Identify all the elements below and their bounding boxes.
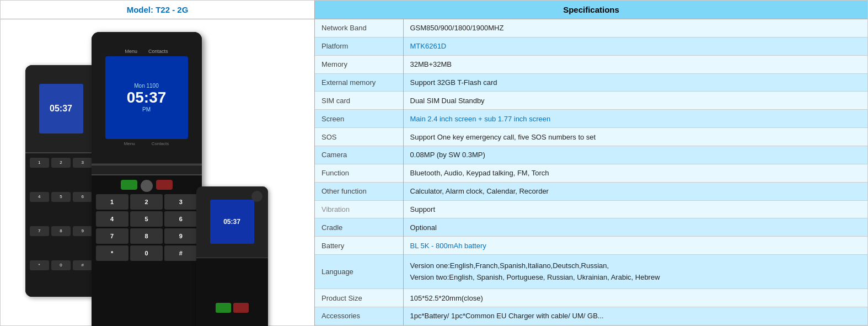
spec-row: FunctionBluetooth, Audio, Keypad talking… (315, 164, 867, 182)
phone-center: Menu Contacts Mon 1100 05:37 PM Menu Con… (92, 32, 202, 327)
spec-value: 1pc*Battery/ 1pc*Common EU Charger with … (403, 307, 867, 325)
carrier-text: Menu Contacts (125, 49, 168, 54)
num-7: 7 (96, 228, 128, 244)
spec-label: Function (315, 164, 403, 182)
spec-value: Version one:English,Franch,Spanish,Itali… (403, 255, 867, 289)
spec-value: Support 32GB T-Flash card (403, 73, 867, 92)
spec-row: ScreenMain 2.4 inch screen + sub 1.77 in… (315, 110, 867, 128)
spec-row: CradleOptional (315, 218, 867, 237)
right-screen-time: 05:37 (223, 218, 240, 226)
phone-group: 05:37 1 2 3 4 5 6 7 8 9 (25, 32, 290, 313)
spec-row: SOSSupport One key emergency call, five … (315, 128, 867, 146)
spec-value: 32MB+32MB (403, 55, 867, 73)
spec-row: Product Size105*52.5*20mm(close) (315, 289, 867, 307)
spec-value: Support (403, 200, 867, 218)
key: * (30, 260, 49, 270)
product-image-area: 05:37 1 2 3 4 5 6 7 8 9 (1, 19, 314, 325)
spec-row: Memory32MB+32MB (315, 55, 867, 73)
key: 1 (30, 158, 49, 168)
red-end-btn (156, 180, 173, 190)
spec-label: Memory (315, 55, 403, 73)
num-9: 9 (164, 228, 197, 244)
spec-label: Cradle (315, 218, 403, 237)
spec-row: LanguageVersion one:English,Franch,Spani… (315, 255, 867, 289)
camera-circle (251, 191, 262, 202)
model-title: Model: T22 - 2G (1, 1, 314, 19)
key: 2 (51, 158, 71, 168)
spec-row: External memorySupport 32GB T-Flash card (315, 73, 867, 92)
spec-label: Network Band (315, 19, 403, 37)
spec-row: Camera0.08MP (by SW 0.3MP) (315, 146, 867, 164)
screen-menu-text: Mon 1100 (134, 83, 158, 89)
screen-time: 05:37 (127, 89, 167, 106)
key: # (73, 260, 92, 270)
specs-table: Network BandGSM850/900/1800/1900MHZPlatf… (315, 19, 867, 325)
spec-value: GSM850/900/1800/1900MHZ (403, 19, 867, 37)
spec-value: 105*52.5*20mm(close) (403, 289, 867, 307)
num-grid: 1 2 3 4 5 6 7 8 9 * 0 # (96, 194, 197, 261)
key: 8 (51, 226, 71, 236)
spec-label: Accessories (315, 307, 403, 325)
spec-value: Dual SIM Dual Standby (403, 92, 867, 110)
spec-label: Screen (315, 110, 403, 128)
spec-label: Product Size (315, 289, 403, 307)
spec-label: Battery (315, 237, 403, 255)
spec-label: Language (315, 255, 403, 289)
specs-header: Specifications (315, 1, 867, 19)
phone-right-bottom (196, 258, 268, 327)
spec-value: Calculator, Alarm clock, Calendar, Recor… (403, 182, 867, 200)
phone-center-top: Menu Contacts Mon 1100 05:37 PM Menu Con… (92, 32, 202, 164)
green-call-btn (121, 180, 137, 190)
spec-row: PlatformMTK6261D (315, 37, 867, 55)
spec-value: Optional (403, 218, 867, 237)
spec-label: Platform (315, 37, 403, 55)
spec-value: Bluetooth, Audio, Keypad talking, FM, To… (403, 164, 867, 182)
left-screen-time: 05:37 (50, 104, 72, 114)
nav-row (96, 180, 197, 192)
spec-row: Other functionCalculator, Alarm clock, C… (315, 182, 867, 200)
phone-center-screen: Mon 1100 05:37 PM (105, 56, 188, 139)
num-hash: # (164, 245, 197, 261)
contacts-label: Contacts (152, 141, 169, 146)
key: 5 (51, 192, 71, 202)
right-panel: Specifications Network BandGSM850/900/18… (315, 1, 867, 325)
spec-value: Main 2.4 inch screen + sub 1.77 inch scr… (403, 110, 867, 128)
softkey-labels: Menu Contacts (124, 141, 169, 146)
spec-label: Other function (315, 182, 403, 200)
nav-center-btn (141, 180, 153, 192)
phone-left-screen: 05:37 (39, 84, 83, 133)
rb-green-btn (216, 303, 231, 313)
spec-value: BL 5K - 800mAh battery (403, 237, 867, 255)
spec-label: Camera (315, 146, 403, 164)
num-8: 8 (130, 228, 163, 244)
spec-label: Vibration (315, 200, 403, 218)
phone-right-top: 05:37 (196, 186, 268, 258)
spec-value: MTK6261D (403, 37, 867, 55)
screen-sub: PM (142, 106, 151, 113)
spec-row: Network BandGSM850/900/1800/1900MHZ (315, 19, 867, 37)
num-star: * (96, 245, 128, 261)
key: 4 (30, 192, 49, 202)
phone-center-bottom: 1 2 3 4 5 6 7 8 9 * 0 # (92, 175, 202, 327)
phone-left: 05:37 1 2 3 4 5 6 7 8 9 (25, 65, 97, 297)
num-1: 1 (96, 194, 128, 210)
spec-label: SOS (315, 128, 403, 146)
spec-value: 0.08MP (by SW 0.3MP) (403, 146, 867, 164)
key: 6 (73, 192, 92, 202)
left-panel: Model: T22 - 2G 05:37 1 2 (1, 1, 315, 325)
spec-row: VibrationSupport (315, 200, 867, 218)
key: 3 (73, 158, 92, 168)
spec-row: SIM cardDual SIM Dual Standby (315, 92, 867, 110)
key: 9 (73, 226, 92, 236)
num-4: 4 (96, 211, 128, 227)
phone-right-screen: 05:37 (210, 200, 254, 244)
spec-value: Support One key emergency call, five SOS… (403, 128, 867, 146)
phone-left-keys: 1 2 3 4 5 6 7 8 9 * 0 # (25, 153, 97, 297)
spec-row: Accessories1pc*Battery/ 1pc*Common EU Ch… (315, 307, 867, 325)
main-container: Model: T22 - 2G 05:37 1 2 (0, 0, 868, 326)
num-0: 0 (130, 245, 163, 261)
rb-red-btn (233, 303, 249, 313)
phone-right: 05:37 (196, 186, 268, 327)
rb-nav-row (216, 303, 249, 313)
spec-label: External memory (315, 73, 403, 92)
